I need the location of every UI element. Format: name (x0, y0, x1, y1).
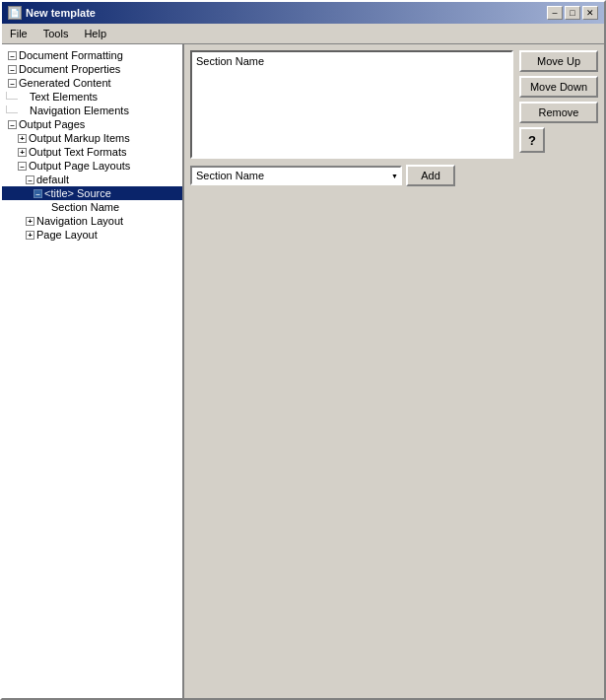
expander-output-page-layouts[interactable]: – (18, 162, 27, 171)
menu-tools[interactable]: Tools (35, 26, 77, 41)
expander-doc-properties[interactable]: – (8, 65, 17, 74)
tree-item-title-source[interactable]: – <title> Source (2, 186, 182, 200)
tree-label-page-layout: Page Layout (36, 229, 98, 241)
help-button[interactable]: ? (519, 127, 545, 153)
tree-item-text-elements[interactable]: Text Elements (2, 90, 182, 104)
menu-file[interactable]: File (2, 26, 35, 41)
title-bar-left: 📄 New template (8, 6, 96, 20)
tree-label-navigation-layout: Navigation Layout (36, 215, 123, 227)
tree-label-text-elements: Text Elements (30, 91, 98, 103)
dropdown-wrapper: Section Name (190, 166, 402, 185)
right-panel: Section Name Move Up Move Down Remove ? … (184, 44, 604, 698)
tree-item-page-layout[interactable]: + Page Layout (2, 228, 182, 242)
top-section: Section Name Move Up Move Down Remove ? (190, 50, 598, 159)
content-list[interactable]: Section Name (190, 50, 513, 159)
tree-item-doc-properties[interactable]: – Document Properties (2, 62, 182, 76)
tree-label-output-page-layouts: Output Page Layouts (29, 160, 130, 172)
tree-panel: – Document Formatting – Document Propert… (2, 44, 184, 698)
section-dropdown[interactable]: Section Name (190, 166, 402, 185)
tree-label-doc-formatting: Document Formatting (19, 49, 123, 61)
action-buttons: Move Up Move Down Remove ? (519, 50, 598, 159)
tree-label-section-name: Section Name (51, 201, 119, 213)
title-buttons: – □ ✕ (547, 6, 598, 20)
window-title: New template (26, 7, 96, 19)
expander-output-markup[interactable]: + (18, 134, 27, 143)
add-button[interactable]: Add (406, 165, 455, 186)
expander-navigation-layout[interactable]: + (26, 217, 34, 226)
tree-item-output-text-formats[interactable]: + Output Text Formats (2, 145, 182, 159)
main-content: – Document Formatting – Document Propert… (2, 44, 604, 698)
maximize-button[interactable]: □ (565, 6, 580, 20)
tree-item-output-pages[interactable]: – Output Pages (2, 117, 182, 131)
tree-label-output-markup: Output Markup Items (29, 132, 130, 144)
expander-page-layout[interactable]: + (26, 231, 34, 240)
tree-item-output-markup[interactable]: + Output Markup Items (2, 131, 182, 145)
tree-item-navigation-elements[interactable]: Navigation Elements (2, 104, 182, 117)
tree-label-navigation-elements: Navigation Elements (30, 105, 129, 116)
tree-item-section-name[interactable]: Section Name (2, 200, 182, 214)
menu-bar: File Tools Help (2, 24, 604, 44)
remove-button[interactable]: Remove (519, 102, 598, 123)
expander-default[interactable]: – (26, 175, 34, 184)
minimize-button[interactable]: – (547, 6, 563, 20)
expander-title-source[interactable]: – (34, 189, 42, 198)
window-icon: 📄 (8, 6, 22, 20)
tree-item-navigation-layout[interactable]: + Navigation Layout (2, 214, 182, 228)
tree-item-generated-content[interactable]: – Generated Content (2, 76, 182, 90)
expander-output-pages[interactable]: – (8, 120, 17, 129)
title-bar: 📄 New template – □ ✕ (2, 2, 604, 24)
add-row: Section Name Add (190, 165, 598, 186)
main-window: 📄 New template – □ ✕ File Tools Help – D… (0, 0, 606, 700)
expander-generated-content[interactable]: – (8, 79, 17, 88)
tree-item-doc-formatting[interactable]: – Document Formatting (2, 48, 182, 62)
tree-label-title-source: <title> Source (44, 187, 111, 199)
close-button[interactable]: ✕ (582, 6, 598, 20)
tree-label-generated-content: Generated Content (19, 77, 111, 89)
tree-label-output-pages: Output Pages (19, 118, 85, 130)
tree-label-default: default (36, 174, 69, 185)
move-down-button[interactable]: Move Down (519, 76, 598, 98)
list-item-section-name[interactable]: Section Name (194, 54, 509, 68)
move-up-button[interactable]: Move Up (519, 50, 598, 72)
expander-output-text-formats[interactable]: + (18, 148, 27, 157)
menu-help[interactable]: Help (76, 26, 114, 41)
empty-area (190, 192, 598, 692)
tree-label-doc-properties: Document Properties (19, 63, 120, 75)
tree-item-default[interactable]: – default (2, 173, 182, 186)
tree-label-output-text-formats: Output Text Formats (29, 146, 126, 158)
tree-item-output-page-layouts[interactable]: – Output Page Layouts (2, 159, 182, 173)
expander-doc-formatting[interactable]: – (8, 51, 17, 60)
